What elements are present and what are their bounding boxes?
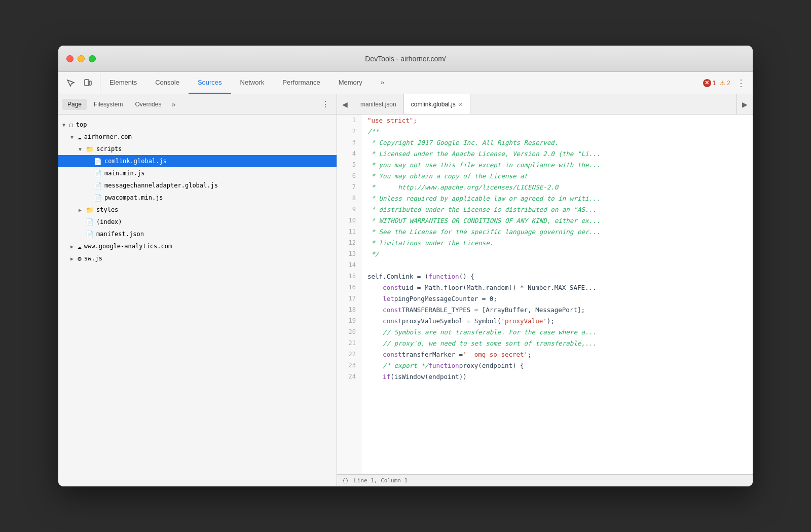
code-line-23: /* export */ function proxy(endpoint) {: [367, 360, 753, 371]
tab-performance[interactable]: Performance: [273, 72, 329, 94]
close-tab-icon[interactable]: ×: [459, 101, 463, 108]
file-icon: 📄: [94, 158, 102, 165]
tab-sources[interactable]: Sources: [189, 72, 231, 94]
line-num-9: 9: [337, 204, 361, 215]
panel-tabs-more[interactable]: »: [168, 99, 178, 109]
panel-tab-filesystem[interactable]: Filesystem: [89, 99, 128, 110]
tree-item-scripts[interactable]: ▼ 📁 scripts: [58, 143, 337, 155]
collapse-panel-icon[interactable]: ▶: [736, 94, 753, 114]
window-title: DevTools - airhorner.com/: [365, 55, 446, 63]
code-line-8: * Unless required by applicable law or a…: [367, 193, 753, 204]
left-panel: Page Filesystem Overrides » ⋮ ▼ ☐ top ▼ …: [58, 94, 337, 486]
tree-arrow: ▶: [79, 207, 86, 213]
code-line-16: const uid = Math.floor(Math.random() * N…: [367, 282, 753, 293]
code-line-11: * See the License for the specific langu…: [367, 226, 753, 237]
tree-item-pwacompat[interactable]: 📄 pwacompat.min.js: [58, 192, 337, 204]
line-num-20: 20: [337, 326, 361, 337]
warning-badge[interactable]: ⚠ 2: [720, 80, 730, 87]
code-line-17: let pingPongMessageCounter = 0;: [367, 293, 753, 304]
minimize-button[interactable]: [78, 55, 85, 62]
tree-label: airhorner.com: [84, 133, 132, 140]
file-icon: 📄: [94, 182, 102, 189]
line-num-10: 10: [337, 215, 361, 226]
tab-elements[interactable]: Elements: [100, 72, 146, 94]
file-icon: 📄: [86, 218, 94, 226]
panel-tabs: Page Filesystem Overrides » ⋮: [58, 94, 337, 115]
code-line-1: "use strict";: [367, 115, 753, 126]
maximize-button[interactable]: [89, 55, 96, 62]
code-line-20: // Symbols are not transferable. For the…: [367, 326, 753, 337]
line-num-21: 21: [337, 337, 361, 349]
tree-label: sw.js: [84, 255, 102, 262]
code-line-14: [367, 259, 753, 271]
titlebar: DevTools - airhorner.com/: [58, 46, 753, 72]
line-num-7: 7: [337, 181, 361, 193]
tab-memory[interactable]: Memory: [329, 72, 372, 94]
code-line-2: /**: [367, 126, 753, 137]
tree-arrow: ▼: [62, 122, 69, 128]
line-num-13: 13: [337, 248, 361, 259]
toolbar-right: ✕ 1 ⚠ 2 ⋮: [698, 78, 753, 89]
code-line-21: // proxy'd, we need to set some sort of …: [367, 337, 753, 349]
tree-item-sw[interactable]: ▶ ⚙ sw.js: [58, 252, 337, 264]
svg-rect-0: [85, 80, 89, 86]
line-num-1: 1: [337, 115, 361, 126]
tree-item-manifest[interactable]: 📄 manifest.json: [58, 228, 337, 240]
line-numbers: 1 2 3 4 5 6 7 8 9 10 11 12 13 14 15 16 1: [337, 115, 361, 474]
device-icon[interactable]: [81, 76, 95, 90]
close-button[interactable]: [66, 55, 73, 62]
code-line-15: self.Comlink = (function () {: [367, 271, 753, 282]
traffic-lights: [66, 55, 96, 62]
tree-item-styles[interactable]: ▶ 📁 styles: [58, 204, 337, 216]
tree-item-msgchannel[interactable]: 📄 messagechanneladapter.global.js: [58, 179, 337, 192]
tree-item-index[interactable]: 📄 (index): [58, 216, 337, 228]
tab-console[interactable]: Console: [146, 72, 189, 94]
tree-arrow: ▶: [70, 244, 78, 249]
tab-more[interactable]: »: [372, 72, 393, 94]
file-icon: ☐: [69, 121, 73, 129]
cursor-position: Line 1, Column 1: [354, 477, 408, 484]
editor-tab-comlink-label: comlink.global.js: [411, 101, 456, 108]
line-num-16: 16: [337, 282, 361, 293]
main-toolbar: Elements Console Sources Network Perform…: [58, 72, 753, 94]
line-num-18: 18: [337, 304, 361, 315]
tree-label: messagechanneladapter.global.js: [104, 182, 218, 189]
warning-icon: ⚠: [720, 80, 725, 87]
editor-tab-manifest[interactable]: manifest.json: [353, 94, 404, 114]
line-num-3: 3: [337, 137, 361, 148]
folder-icon: 📁: [86, 206, 94, 214]
line-num-17: 17: [337, 293, 361, 304]
line-num-8: 8: [337, 193, 361, 204]
folder-icon: 📁: [86, 145, 94, 153]
line-num-19: 19: [337, 315, 361, 326]
editor-statusbar: {} Line 1, Column 1: [337, 474, 753, 486]
right-panel: ◀ manifest.json comlink.global.js × ▶ 1 …: [337, 94, 753, 486]
tree-label: scripts: [96, 145, 122, 153]
format-icon[interactable]: {}: [342, 477, 349, 484]
tree-item-airhorner[interactable]: ▼ ☁ airhorner.com: [58, 131, 337, 143]
tree-item-comlink[interactable]: 📄 comlink.global.js: [58, 155, 337, 167]
tree-label: pwacompat.min.js: [104, 194, 163, 201]
line-num-24: 24: [337, 371, 361, 382]
code-content[interactable]: "use strict"; /** * Copyright 2017 Googl…: [361, 115, 753, 474]
error-count: 1: [713, 80, 716, 87]
line-num-15: 15: [337, 271, 361, 282]
error-badge[interactable]: ✕ 1: [703, 79, 716, 87]
error-icon: ✕: [703, 79, 711, 87]
tree-item-analytics[interactable]: ▶ ☁ www.google-analytics.com: [58, 240, 337, 252]
panel-tab-overrides[interactable]: Overrides: [130, 99, 166, 110]
panel-tab-page[interactable]: Page: [62, 99, 87, 110]
inspect-icon[interactable]: [63, 76, 78, 90]
panel-settings-icon[interactable]: ⋮: [318, 98, 333, 110]
tree-item-top[interactable]: ▼ ☐ top: [58, 119, 337, 131]
sidebar-toggle-icon[interactable]: ◀: [337, 94, 353, 114]
file-icon: 📄: [94, 170, 102, 177]
code-line-22: const transferMarker = '__omg_so_secret'…: [367, 349, 753, 360]
editor-tab-comlink[interactable]: comlink.global.js ×: [404, 94, 470, 114]
tree-label: styles: [96, 206, 118, 213]
more-options-button[interactable]: ⋮: [734, 78, 748, 89]
svg-rect-1: [89, 81, 91, 85]
tree-item-main[interactable]: 📄 main.min.js: [58, 167, 337, 179]
code-line-13: */: [367, 248, 753, 259]
tab-network[interactable]: Network: [231, 72, 274, 94]
